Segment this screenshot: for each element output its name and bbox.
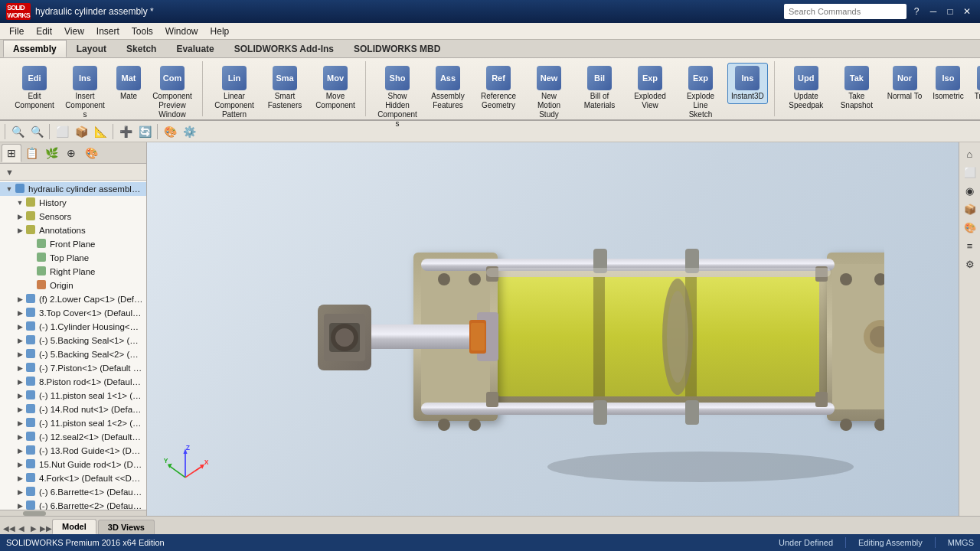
view-toolbar-btn-8[interactable]: ⚙️ — [181, 123, 198, 140]
ribbon-btn-take-snapshot[interactable]: TakTake Snapshot — [833, 63, 880, 113]
tree-item[interactable]: ▶Annotations — [0, 223, 146, 237]
tree-expand-btn[interactable]: ▶ — [15, 487, 24, 497]
tree-item[interactable]: Right Plane — [0, 265, 146, 279]
ribbon-btn-mate[interactable]: MatMate — [112, 63, 145, 104]
tree-expand-btn[interactable]: ▶ — [15, 474, 24, 483]
ribbon-tab-layout[interactable]: Layout — [67, 40, 116, 57]
right-toolbar-btn-1[interactable]: ⬜ — [962, 164, 978, 181]
sidebar-tab-1[interactable]: 📋 — [21, 144, 41, 162]
tree-expand-btn[interactable]: ▼ — [15, 198, 24, 207]
tree-item[interactable]: ▶4.Fork<1> (Default <<Defau... — [0, 471, 146, 485]
menu-item-view[interactable]: View — [58, 23, 90, 39]
view-toolbar-btn-0[interactable]: 🔍 — [9, 123, 26, 140]
tree-expand-btn[interactable] — [26, 240, 35, 249]
tree-expand-btn[interactable]: ▶ — [15, 432, 24, 442]
menu-item-edit[interactable]: Edit — [30, 23, 58, 39]
view-toolbar-btn-6[interactable]: 🔄 — [136, 123, 153, 140]
tree-expand-btn[interactable]: ▶ — [15, 419, 24, 428]
tree-expand-btn[interactable]: ▶ — [15, 322, 24, 331]
view-toolbar-btn-3[interactable]: 📦 — [73, 123, 90, 140]
right-toolbar-btn-0[interactable]: ⌂ — [962, 145, 978, 162]
tree-expand-btn[interactable]: ▶ — [15, 350, 24, 359]
ribbon-btn-isometric[interactable]: IsoIsometric — [929, 63, 968, 104]
view-toolbar-btn-1[interactable]: 🔍 — [28, 123, 45, 140]
ribbon-tab-solidworks-mbd[interactable]: SOLIDWORKS MBD — [344, 40, 450, 57]
tree-expand-btn[interactable]: ▶ — [15, 460, 24, 469]
tree-item[interactable]: ▶(-) 11.piston seal 1<2> (Defa... — [0, 416, 146, 430]
ribbon-btn-new-motion-study[interactable]: NewNew Motion Study — [525, 63, 573, 122]
right-toolbar-btn-4[interactable]: 🎨 — [962, 219, 978, 236]
tree-expand-btn[interactable]: ▶ — [15, 391, 24, 400]
tree-expand-btn[interactable]: ▶ — [15, 308, 24, 318]
ribbon-btn-bill-of-materials[interactable]: BilBill of Materials — [576, 63, 623, 113]
ribbon-tab-solidworks-add-ins[interactable]: SOLIDWORKS Add-Ins — [224, 40, 344, 57]
ribbon-btn-update-speedpak[interactable]: UpdUpdate Speedpak — [782, 63, 830, 113]
tree-item[interactable]: ▶8.Piston rod<1> (Default << — [0, 375, 146, 389]
feature-tree[interactable]: ▼hydraulic cylinder assembly (D...▼Histo… — [0, 181, 146, 510]
menu-item-window[interactable]: Window — [159, 23, 204, 39]
right-toolbar-btn-6[interactable]: ⚙ — [962, 256, 978, 272]
sidebar-tab-2[interactable]: 🌿 — [41, 144, 61, 162]
view-toolbar-btn-2[interactable]: ⬜ — [54, 123, 70, 140]
tree-expand-btn[interactable]: ▼ — [5, 184, 14, 194]
bottom-nav-btn-0[interactable]: ◀◀ — [3, 522, 15, 534]
tree-expand-btn[interactable]: ▶ — [15, 226, 24, 235]
view-toolbar-btn-5[interactable]: ➕ — [117, 123, 134, 140]
tree-item[interactable]: ▶(-) 12.seal2<1> (Default <<D... — [0, 430, 146, 444]
ribbon-btn-linear-component-pat[interactable]: LinLinear Component Pattern — [211, 63, 258, 122]
ribbon-btn-insert-components[interactable]: InsInsert Components — [61, 63, 109, 122]
ribbon-btn-smart-fasteners[interactable]: SmaSmart Fasteners — [261, 63, 309, 113]
tree-item[interactable]: ▶(-) 7.Piston<1> (Default <<D... — [0, 361, 146, 375]
view-toolbar-btn-7[interactable]: 🎨 — [162, 123, 178, 140]
tree-item[interactable]: ▶(-) 14.Rod nut<1> (Default<... — [0, 403, 146, 416]
close-button[interactable]: ✕ — [960, 5, 974, 18]
tree-item[interactable]: Top Plane — [0, 251, 146, 265]
bottom-nav-btn-3[interactable]: ▶▶ — [40, 522, 52, 534]
sidebar-horizontal-scroll[interactable] — [0, 510, 146, 516]
bottom-tab-model[interactable]: Model — [52, 519, 96, 534]
menu-item-help[interactable]: Help — [204, 23, 236, 39]
search-input[interactable] — [784, 4, 906, 19]
help-button[interactable]: ? — [910, 5, 923, 18]
sidebar-tab-3[interactable]: ⊕ — [61, 144, 81, 162]
tree-item[interactable]: ▶(-) 1.Cylinder Housing<1> (I... — [0, 320, 146, 334]
tree-expand-btn[interactable]: ▶ — [15, 295, 24, 304]
tree-item[interactable]: ▼History — [0, 196, 146, 210]
tree-expand-btn[interactable]: ▶ — [15, 336, 24, 345]
bottom-nav-btn-1[interactable]: ◀ — [15, 522, 28, 534]
tree-item[interactable]: ▶(-) 13.Rod Guide<1> (Defau... — [0, 444, 146, 458]
ribbon-btn-trimetric[interactable]: TriTrimetric — [971, 63, 980, 104]
tree-expand-btn[interactable]: ▶ — [15, 501, 24, 510]
ribbon-btn-reference-geometry[interactable]: RefReference Geometry — [475, 63, 522, 113]
ribbon-btn-exploded-view[interactable]: ExpExploded View — [626, 63, 674, 113]
right-toolbar-btn-3[interactable]: 📦 — [962, 201, 978, 217]
ribbon-btn-component-preview-wi[interactable]: ComComponent Preview Window — [149, 63, 196, 122]
ribbon-btn-explode-line-sketch[interactable]: ExpExplode Line Sketch — [677, 63, 724, 122]
right-toolbar-btn-2[interactable]: ◉ — [962, 182, 978, 199]
ribbon-btn-edit-component[interactable]: EdiEdit Component — [11, 63, 58, 113]
tree-expand-btn[interactable]: ▶ — [15, 446, 24, 455]
ribbon-btn-move-component[interactable]: MovMove Component — [312, 63, 359, 113]
tree-item[interactable]: Origin — [0, 279, 146, 292]
ribbon-tab-sketch[interactable]: Sketch — [116, 40, 166, 57]
menu-item-tools[interactable]: Tools — [126, 23, 159, 39]
tree-expand-btn[interactable]: ▶ — [15, 212, 24, 221]
tree-expand-btn[interactable]: ▶ — [15, 364, 24, 373]
sidebar-tab-4[interactable]: 🎨 — [81, 144, 101, 162]
tree-expand-btn[interactable] — [26, 281, 35, 290]
tree-item[interactable]: ▶(-) 6.Barrette<1> (Default <<... — [0, 485, 146, 499]
tree-item[interactable]: ▶(-) 6.Barrette<2> (Default <<... — [0, 499, 146, 510]
tree-expand-btn[interactable] — [26, 253, 35, 262]
right-toolbar-btn-5[interactable]: ≡ — [962, 237, 978, 254]
tree-item[interactable]: ▶15.Nut Guide rod<1> (Defa... — [0, 458, 146, 471]
3d-viewport[interactable]: Z X Y — [147, 142, 959, 516]
tree-expand-btn[interactable] — [26, 267, 35, 276]
ribbon-btn-show-hidden-componen[interactable]: ShoShow Hidden Components — [374, 63, 421, 132]
ribbon-btn-assembly-features[interactable]: AssAssembly Features — [424, 63, 472, 113]
tree-item[interactable]: Front Plane — [0, 237, 146, 251]
bottom-tab-3d-views[interactable]: 3D Views — [98, 520, 155, 534]
ribbon-tab-assembly[interactable]: Assembly — [3, 40, 67, 57]
tree-expand-btn[interactable]: ▶ — [15, 377, 24, 386]
sidebar-tab-0[interactable]: ⊞ — [2, 144, 21, 162]
tree-expand-btn[interactable]: ▶ — [15, 405, 24, 414]
